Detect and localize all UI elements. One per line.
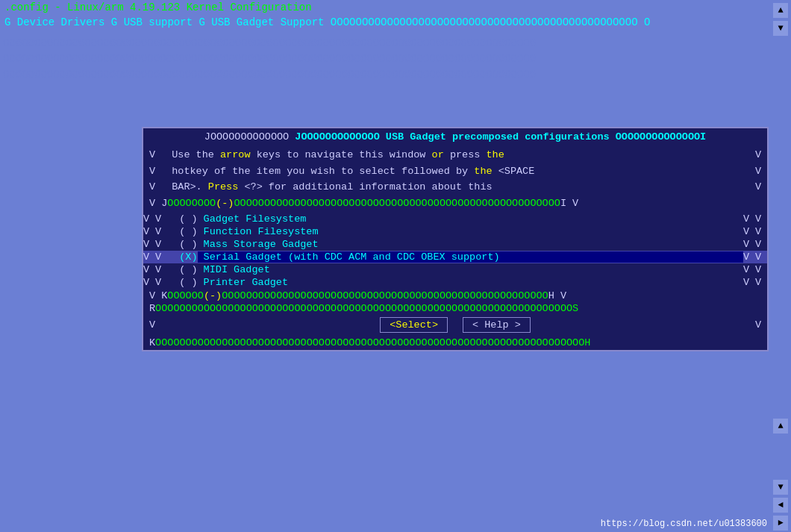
scroll-btn-5[interactable]: ◄ <box>773 498 788 513</box>
dialog-bottom-separator: V KOOOOOO(-)OOOOOOOOOOOOOOOOOOOOOOOOOOOO… <box>143 289 767 303</box>
v-right: V <box>755 319 761 331</box>
separator-line: V JOOOOOOOO(-)OOOOOOOOOOOOOOOOOOOOOOOOOO… <box>149 195 761 212</box>
dialog-help-text: V Use the arrow keys to navigate this wi… <box>143 145 767 213</box>
website-url: https://blog.csdn.net/u01383600 <box>601 519 767 529</box>
select-button[interactable]: <Select> <box>380 317 448 333</box>
dialog-buttons-row: V <Select> < Help > V <box>143 314 767 336</box>
right-scrollbar: ▲ ▼ ▲ ▼ ◄ ► <box>770 0 791 532</box>
v-left: V <box>149 319 155 331</box>
website-url-bar: https://blog.csdn.net/u01383600 <box>0 519 770 532</box>
scroll-btn-3[interactable]: ▲ <box>773 419 788 434</box>
list-item[interactable]: V V ( ) MIDI Gadget V V <box>143 263 767 276</box>
scroll-btn-6[interactable]: ► <box>773 516 788 531</box>
dialog-title: JOOOOOOOOOOOOO JOOOOOOOOOOOOO USB Gadget… <box>143 128 767 145</box>
title-text: .config - Linux/arm 4.19.123 Kernel Conf… <box>4 1 312 13</box>
dialog-box: JOOOOOOOOOOOOO JOOOOOOOOOOOOO USB Gadget… <box>142 127 769 351</box>
scroll-btn-2[interactable]: ▼ <box>773 21 788 36</box>
menu-items-list: V V ( ) Gadget Filesystem V V V V ( ) Fu… <box>143 213 767 289</box>
help-line-2: V hotkey of the item you wish to select … <box>149 163 761 180</box>
background-content: OOOOOOOOOOOOOOOOOOOOOOOOOOOOOOOOOOOOOOOO… <box>0 36 770 83</box>
breadcrumb-text: G Device Drivers G USB support G USB Gad… <box>4 16 650 28</box>
scroll-up-btn[interactable]: ▲ <box>773 3 788 18</box>
r-separator-line: ROOOOOOOOOOOOOOOOOOOOOOOOOOOOOOOOOOOOOOO… <box>143 303 767 314</box>
list-item[interactable]: V V ( ) Mass Storage Gadget V V <box>143 238 767 251</box>
list-item[interactable]: V V ( ) Printer Gadget V V <box>143 276 767 289</box>
scroll-btn-4[interactable]: ▼ <box>773 480 788 495</box>
list-item-selected[interactable]: V V (X) Serial Gadget (with CDC ACM and … <box>143 251 767 263</box>
help-button[interactable]: < Help > <box>463 317 531 333</box>
title-bar: .config - Linux/arm 4.19.123 Kernel Conf… <box>0 0 791 15</box>
k-bottom-line: KOOOOOOOOOOOOOOOOOOOOOOOOOOOOOOOOOOOOOOO… <box>143 336 767 350</box>
help-line-1: V Use the arrow keys to navigate this wi… <box>149 147 761 163</box>
help-line-3: V BAR>. Press <?> for additional informa… <box>149 179 761 195</box>
list-item[interactable]: V V ( ) Gadget Filesystem V V <box>143 213 767 225</box>
list-item[interactable]: V V ( ) Function Filesystem V V <box>143 225 767 238</box>
breadcrumb-bar: G Device Drivers G USB support G USB Gad… <box>0 15 791 30</box>
